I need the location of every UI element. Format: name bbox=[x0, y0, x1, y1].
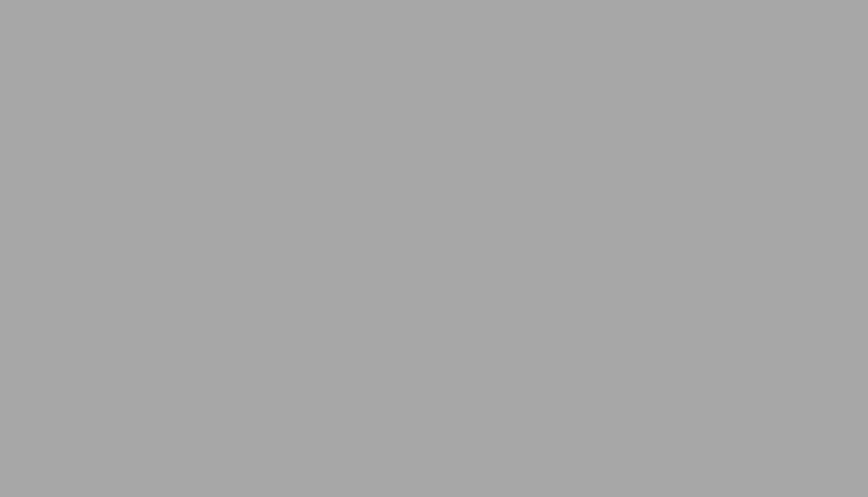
logic-pro-window bbox=[0, 0, 868, 497]
